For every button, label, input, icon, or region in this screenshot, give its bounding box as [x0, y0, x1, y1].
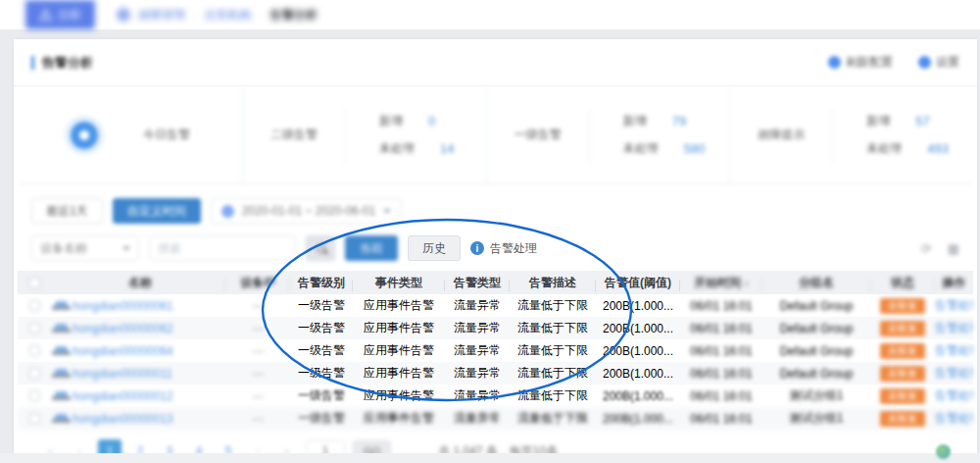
col-time-sortable[interactable]: 开始时间 ▾ [680, 275, 762, 291]
process-alert-link[interactable]: 告警处理 [935, 388, 973, 402]
process-alert-link[interactable]: 告警处理 [935, 298, 973, 312]
alert-type: 流量异常 [445, 320, 510, 336]
device-name-link[interactable]: hongdian00000061 [73, 299, 173, 313]
device-icon [55, 324, 68, 333]
app-logo[interactable]: 分析 [25, 0, 95, 29]
refresh-config-link[interactable]: 刷新配置 [828, 54, 893, 71]
process-alert-link[interactable]: 告警处理 [935, 321, 973, 334]
alert-level: 一级告警 [290, 297, 353, 314]
alert-level: 一级告警 [290, 387, 353, 404]
alert-type: 流量异常 [445, 297, 510, 314]
alert-level: 一级告警 [290, 320, 353, 336]
status-badge-cell: 未恢复 [870, 321, 935, 336]
time-filter-row: 最近1天 自定义时间 2020-01-01 ~ 2020-06-01 [14, 184, 977, 228]
chevron-down-icon [122, 246, 130, 251]
status-badge-cell: 未恢复 [870, 366, 935, 382]
alert-desc: 流量低于下限 [510, 297, 596, 314]
alert-value: 200B(1.000... [596, 344, 680, 358]
history-tab-button[interactable]: 历史 [408, 235, 461, 261]
today-alerts-icon [65, 116, 104, 155]
search-input[interactable] [149, 235, 296, 261]
date-range-picker[interactable]: 2020-01-01 ~ 2020-06-01 [211, 198, 402, 224]
page-title: 告警分析 [31, 54, 93, 72]
alert-level: 一级告警 [290, 410, 353, 427]
pending-label: 未处理 [866, 140, 902, 157]
date-range-value: 2020-01-01 ~ 2020-06-01 [242, 204, 375, 218]
alert-type: 流量异常 [445, 410, 510, 427]
device-name-link[interactable]: hongdian00000013 [73, 412, 173, 426]
device-select[interactable]: 设备名称 [31, 235, 139, 261]
alert-process-link[interactable]: i 告警处理 [470, 240, 537, 257]
new-value: 79 [672, 114, 706, 129]
start-time: 06/01 16:01 [680, 344, 762, 358]
page-footer-strip [0, 453, 980, 463]
panel-header: 告警分析 刷新配置 设置 [14, 39, 977, 86]
process-alert-link[interactable]: 告警处理 [935, 343, 973, 357]
device-name-link[interactable]: hongdian00000064 [73, 344, 173, 358]
row-checkbox[interactable] [18, 413, 51, 424]
alert-desc: 流量低于下限 [510, 410, 596, 427]
alert-level: 一级告警 [290, 342, 353, 359]
search-icon [317, 244, 325, 253]
breadcrumb-item-2[interactable]: 分支机构 [204, 7, 251, 24]
device-ip: --- [225, 299, 290, 313]
row-checkbox[interactable] [18, 300, 51, 311]
col-event: 事件类型 [353, 275, 445, 291]
today-alerts-label: 今日告警 [143, 127, 190, 143]
device-name-link[interactable]: hongdian00000062 [73, 322, 173, 335]
row-checkbox[interactable] [18, 368, 51, 379]
device-name-link[interactable]: hongdian00000011 [73, 367, 172, 381]
device-name-link[interactable]: hongdian00000012 [73, 389, 173, 403]
top-navbar: 分析 故障管理 · 分支机构 · 告警分析 [0, 0, 980, 29]
stat-card-level2: 二级告警 新增0 未处理14 [243, 86, 487, 183]
row-checkbox[interactable] [18, 345, 51, 356]
event-type: 应用事件告警 [353, 320, 445, 336]
table-row: hongdian00000012 --- 一级告警 应用事件告警 流量异常 流量… [18, 385, 973, 407]
pending-label: 未处理 [623, 140, 659, 157]
process-alert-link[interactable]: 告警处理 [935, 411, 973, 425]
alert-desc: 流量低于下限 [510, 342, 596, 359]
alert-value: 200B(1.000... [596, 367, 680, 381]
device-icon [55, 369, 68, 378]
status-badge-cell: 未恢复 [870, 388, 935, 404]
table-row: hongdian00000013 --- 一级告警 应用事件告警 流量异常 流量… [18, 407, 973, 430]
process-alert-link[interactable]: 告警处理 [935, 366, 973, 380]
help-fab-button[interactable] [936, 444, 951, 459]
device-icon [55, 301, 68, 310]
row-checkbox[interactable] [18, 323, 51, 334]
current-tab-button[interactable]: 当前 [345, 235, 398, 261]
settings-link[interactable]: 设置 [918, 54, 959, 71]
device-ip: --- [225, 389, 290, 403]
custom-range-button[interactable]: 自定义时间 [113, 198, 201, 224]
select-all-checkbox[interactable] [18, 278, 51, 288]
col-status: 状态 [870, 275, 935, 291]
col-value: 告警值(阈值) [596, 275, 680, 291]
row-checkbox[interactable] [18, 390, 51, 401]
breadcrumb-item-1[interactable]: 故障管理 [138, 7, 185, 24]
start-time: 06/01 16:01 [680, 412, 762, 426]
column-settings-icon[interactable]: ▦ [948, 241, 959, 256]
refresh-config-label: 刷新配置 [846, 54, 893, 71]
alert-stats: 今日告警 二级告警 新增0 未处理14 一级告警 新增79 未处理580 故障提… [18, 86, 973, 184]
table-tools: ⟳ ▦ [921, 241, 959, 256]
pending-value: 14 [440, 141, 473, 156]
sort-icon: ▾ [745, 280, 749, 288]
new-label: 新增 [866, 113, 890, 129]
group-name: 测试分组1 [762, 410, 870, 427]
new-value: 0 [428, 114, 462, 129]
stat-card-level1: 一级告警 新增79 未处理580 [487, 86, 731, 183]
alert-value: 200B(1.000... [596, 389, 680, 403]
refresh-icon[interactable]: ⟳ [921, 241, 932, 256]
pending-value: 580 [684, 141, 717, 156]
group-name: 测试分组1 [762, 387, 870, 404]
stat-card-label: 二级告警 [243, 127, 345, 143]
status-badge-cell: 未恢复 [870, 411, 935, 427]
main-panel: 告警分析 刷新配置 设置 今日告警 二级告警 新增0 未处理14 [14, 39, 977, 453]
alert-value: 200B(1.000... [596, 322, 680, 335]
col-desc: 告警描述 [510, 275, 596, 291]
device-icon [55, 346, 68, 355]
pending-value: 493 [927, 141, 960, 156]
quick-range-button[interactable]: 最近1天 [31, 198, 103, 224]
search-button[interactable] [306, 235, 335, 261]
alert-value: 200B(1.000... [596, 299, 680, 313]
